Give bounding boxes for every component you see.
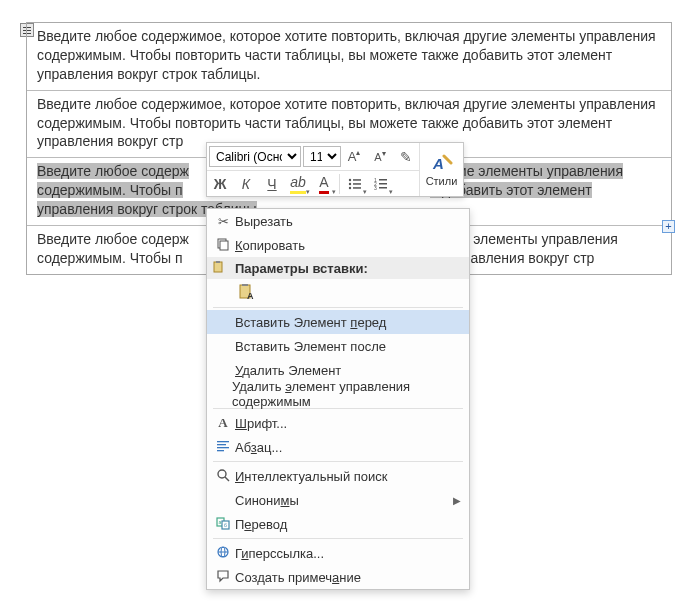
font-family-select[interactable]: Calibri (Осно [209, 146, 301, 167]
mini-toolbar: Calibri (Осно 11 A▴ A▾ ✎ Ж К Ч ab A [206, 142, 464, 197]
svg-text:3: 3 [374, 185, 377, 191]
font-size-select[interactable]: 11 [303, 146, 341, 167]
svg-rect-15 [214, 262, 222, 272]
highlight-color-button[interactable]: ab [285, 171, 311, 197]
svg-rect-16 [216, 261, 220, 263]
numbering-button[interactable]: 123 [368, 171, 394, 197]
search-icon [211, 468, 235, 485]
svg-rect-3 [353, 183, 361, 185]
svg-rect-7 [379, 179, 387, 181]
context-menu: ✂ Вырезать Копировать Параметры вставки:… [206, 208, 470, 590]
svg-rect-11 [379, 187, 387, 189]
paste-options-row: A [207, 279, 469, 305]
menu-insert-after[interactable]: Вставить Элемент после [207, 334, 469, 358]
separator [339, 174, 340, 194]
comment-icon [211, 569, 235, 586]
svg-rect-9 [379, 183, 387, 185]
paste-keep-text-button[interactable]: A [235, 280, 259, 304]
separator [213, 307, 463, 308]
grow-font-button[interactable]: A▴ [341, 144, 367, 170]
svg-point-0 [349, 179, 351, 181]
format-painter-button[interactable]: ✎ [393, 144, 419, 170]
svg-text:б: б [224, 522, 227, 528]
menu-translate[interactable]: aб Перевод [207, 512, 469, 536]
paste-icon [211, 260, 225, 277]
underline-button[interactable]: Ч [259, 171, 285, 197]
menu-smart-lookup[interactable]: Интеллектуальный поиск [207, 464, 469, 488]
paste-options-header: Параметры вставки: [207, 257, 469, 279]
menu-delete-content-control[interactable]: Удалить элемент управления содержимым [207, 382, 469, 406]
menu-copy[interactable]: Копировать [207, 233, 469, 257]
hyperlink-icon [211, 545, 235, 562]
svg-rect-14 [220, 241, 228, 250]
menu-new-comment[interactable]: Создать примечание [207, 565, 469, 589]
svg-text:A: A [247, 291, 254, 301]
svg-rect-18 [242, 284, 248, 286]
svg-point-2 [349, 183, 351, 185]
paragraph-icon [211, 439, 235, 456]
menu-font[interactable]: A Шрифт... [207, 411, 469, 435]
svg-point-24 [218, 470, 226, 478]
separator [213, 461, 463, 462]
shrink-font-button[interactable]: A▾ [367, 144, 393, 170]
svg-rect-23 [217, 450, 224, 451]
cell-text: Введите любое содержимое, которое хотите… [37, 28, 656, 82]
menu-cut[interactable]: ✂ Вырезать [207, 209, 469, 233]
svg-rect-1 [353, 179, 361, 181]
menu-insert-before[interactable]: Вставить Элемент перед [207, 310, 469, 334]
svg-point-4 [349, 187, 351, 189]
svg-rect-20 [217, 441, 229, 442]
add-item-button[interactable]: + [662, 220, 675, 233]
separator [213, 538, 463, 539]
styles-icon: A [431, 153, 453, 175]
font-color-button[interactable]: A [311, 171, 337, 197]
copy-icon [211, 237, 235, 254]
menu-hyperlink[interactable]: Гиперссылка... [207, 541, 469, 565]
styles-button[interactable]: A Стили [419, 143, 463, 196]
styles-label: Стили [426, 175, 458, 187]
cut-icon: ✂ [211, 214, 235, 229]
translate-icon: aб [211, 516, 235, 533]
svg-rect-22 [217, 447, 229, 448]
bold-button[interactable]: Ж [207, 171, 233, 197]
italic-button[interactable]: К [233, 171, 259, 197]
font-icon: A [211, 415, 235, 431]
svg-text:A: A [432, 155, 444, 172]
svg-rect-5 [353, 187, 361, 189]
submenu-arrow-icon: ▶ [453, 495, 461, 506]
cell-text: Введите любое содерж [37, 231, 189, 247]
svg-text:a: a [219, 519, 222, 525]
table-row[interactable]: Введите любое содержимое, которое хотите… [27, 23, 671, 90]
menu-synonyms[interactable]: Синонимы ▶ [207, 488, 469, 512]
bullets-button[interactable] [342, 171, 368, 197]
svg-line-25 [225, 477, 229, 481]
cell-text-selected: Введите любое содерж [37, 163, 189, 179]
menu-paragraph[interactable]: Абзац... [207, 435, 469, 459]
svg-rect-21 [217, 444, 226, 445]
